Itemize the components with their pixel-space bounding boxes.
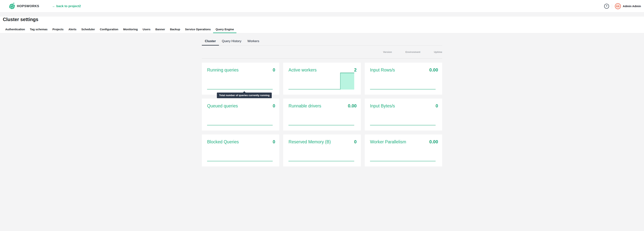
settings-tab[interactable]: Service Operations [183,28,213,33]
metric-value: 0 [354,139,356,144]
settings-tab[interactable]: Alerts [66,28,79,33]
metric-value: 0 [273,68,275,72]
settings-tab-label: Backup [170,28,180,31]
metric-title: Blocked Queries [207,139,239,144]
settings-tab-label: Monitoring [123,28,138,31]
metric-title: Worker Parallelism [370,139,406,144]
settings-tab[interactable]: Monitoring [121,28,140,33]
settings-tab-label: Projects [52,28,64,31]
metric-card-header: Running queries 0 [207,68,275,72]
chart-baseline [370,161,436,161]
metric-title: Reserved Memory (B) [288,139,331,144]
metric-cards-grid: Running queries 0 Active workers 2 [202,63,442,166]
metric-card: Reserved Memory (B) 0 [283,134,360,166]
chart-baseline [370,89,436,90]
avatar[interactable]: AA [615,3,621,9]
hopsworks-logo-icon [8,3,16,10]
settings-tab-label: Authentication [5,28,25,31]
metric-value: 0.00 [429,68,438,72]
metric-title: Runnable drivers [288,103,321,108]
metric-title: Input Rows/s [370,68,395,72]
page-title: Cluster settings [3,17,644,22]
metric-card-header: Worker Parallelism 0.00 [370,139,438,144]
chart-baseline [370,125,436,125]
settings-tab-bar: Authentication Tag schemas Projects Aler… [0,28,644,33]
metric-card-header: Reserved Memory (B) 0 [288,139,356,144]
chart-baseline [288,89,340,90]
settings-tab[interactable]: Authentication [3,28,28,33]
query-engine-subtab[interactable]: Cluster [202,39,219,46]
settings-tab-label: Tag schemas [30,28,48,31]
metric-title: Input Bytes/s [370,103,395,108]
chart-baseline [288,125,354,125]
chart-baseline [207,161,273,161]
workers-table-header: VersionEnvironmentUptime [202,51,442,53]
metric-card-header: Input Rows/s 0.00 [370,68,438,72]
query-engine-subtab[interactable]: Query History [219,39,244,46]
user-name[interactable]: Admin Admin [623,5,641,8]
metric-card: Runnable drivers 0.00 [283,99,360,131]
settings-tab[interactable]: Configuration [97,28,121,33]
metric-card: Active workers 2 [283,63,360,95]
query-engine-subtab-label: Workers [248,39,259,43]
metric-value: 0.00 [348,103,357,108]
query-engine-subtab[interactable]: Workers [244,39,262,46]
query-engine-subtab-bar: Cluster Query History Workers [202,33,442,46]
settings-tab-label: Configuration [100,28,118,31]
metric-mini-chart[interactable] [370,109,436,125]
metric-mini-chart[interactable] [207,144,273,161]
metric-card-header: Runnable drivers 0.00 [288,103,356,108]
settings-tab[interactable]: Banner [153,28,168,33]
metric-mini-chart[interactable] [288,73,354,90]
top-bar: HOPSWORKS ← back to project2 ? AA Admin … [0,0,644,13]
settings-tab-label: Scheduler [81,28,95,31]
table-header-cell: Version [383,51,392,53]
table-header-cell: Uptime [434,51,442,53]
chart-area-fill [340,73,354,90]
metric-card: Input Rows/s 0.00 [365,63,442,95]
table-header-cell: Environment [405,51,420,53]
chart-baseline [207,125,273,125]
metric-mini-chart[interactable] [288,109,354,125]
settings-tab[interactable]: Users [140,28,153,33]
settings-tab[interactable]: Tag schemas [28,28,50,33]
metric-title: Active workers [288,68,317,72]
table-header-divider [202,58,442,59]
metric-mini-chart[interactable] [370,73,436,90]
settings-tab[interactable]: Backup [168,28,182,33]
metric-mini-chart[interactable] [207,109,273,125]
metric-title: Queued queries [207,103,238,108]
metric-card-header: Input Bytes/s 0 [370,103,438,108]
top-bar-right: ? AA Admin Admin [604,3,641,9]
page-header: Cluster settings Authentication Tag sche… [0,17,644,33]
metric-mini-chart[interactable] [370,144,436,161]
back-to-project-link[interactable]: ← back to project2 [52,4,81,8]
settings-tab-label: Banner [156,28,165,31]
settings-tab-label: Alerts [68,28,76,31]
metric-card: Worker Parallelism 0.00 [365,134,442,166]
metric-card: Running queries 0 [202,63,279,95]
settings-tab[interactable]: Scheduler [79,28,98,33]
metric-value: 0 [273,103,275,108]
settings-tab[interactable]: Projects [50,28,66,33]
brand-name: HOPSWORKS [17,4,39,8]
top-bar-divider [612,4,612,9]
metric-value: 2 [354,68,356,72]
settings-tab-label: Service Operations [185,28,211,31]
settings-tab-label: Query Engine [216,28,234,31]
metric-value: 0.00 [429,139,438,144]
metric-card: Queued queries 0 [202,99,279,131]
help-icon[interactable]: ? [604,4,609,9]
settings-tab-label: Users [143,28,150,31]
metric-card: Blocked Queries 0 [202,134,279,166]
metric-value: 0 [436,103,438,108]
metric-card-header: Queued queries 0 [207,103,275,108]
chart-baseline [207,89,273,90]
metric-card: Input Bytes/s 0 [365,99,442,131]
metric-mini-chart[interactable] [288,144,354,161]
hopsworks-logo[interactable]: HOPSWORKS [8,3,39,10]
settings-tab[interactable]: Query Engine [213,28,236,33]
chart-tooltip: Total number of queries currently runnin… [217,93,272,98]
metric-mini-chart[interactable] [207,73,273,90]
query-engine-panel: Cluster Query History Workers VersionEnv… [202,33,442,166]
